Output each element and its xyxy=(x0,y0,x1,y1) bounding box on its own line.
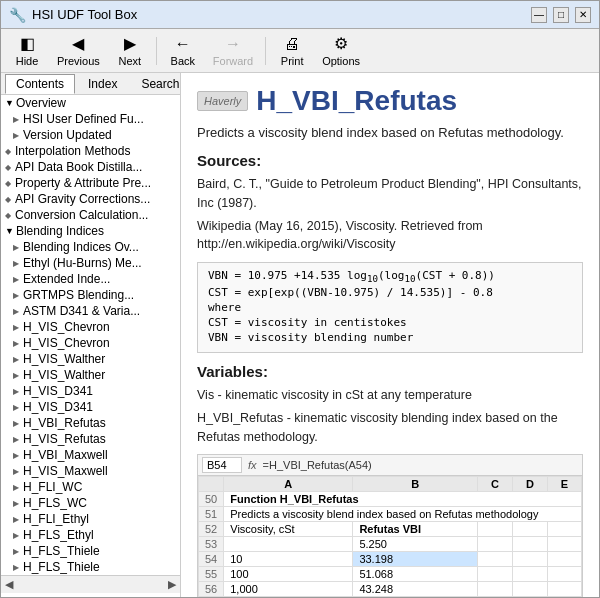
row-num-56: 56 xyxy=(199,582,224,597)
print-button[interactable]: 🖨 Print xyxy=(272,33,312,69)
app-icon: 🔧 xyxy=(9,7,26,23)
col-row-num xyxy=(199,477,224,492)
separator-1 xyxy=(156,37,157,65)
sidebar-item-api-data[interactable]: API Data Book Distilla... xyxy=(1,159,180,175)
forward-icon: → xyxy=(225,35,241,53)
toolbar: ◧ Hide ◀ Previous ▶ Next ← Back → Forwar… xyxy=(1,29,599,73)
sidebar-item-hfli-ethyl[interactable]: H_FLI_Ethyl xyxy=(1,511,180,527)
sidebar-item-property[interactable]: Property & Attribute Pre... xyxy=(1,175,180,191)
row-num-50: 50 xyxy=(199,492,224,507)
forward-button[interactable]: → Forward xyxy=(207,33,259,69)
sidebar-item-hfls-wc[interactable]: H_FLS_WC xyxy=(1,495,180,511)
sidebar-item-hsi-udf[interactable]: HSI User Defined Fu... xyxy=(1,111,180,127)
row-num-51: 51 xyxy=(199,507,224,522)
fx-label: fx xyxy=(248,459,257,471)
sidebar-item-version[interactable]: Version Updated xyxy=(1,127,180,143)
sidebar-item-hvis-maxwell[interactable]: H_VIS_Maxwell xyxy=(1,463,180,479)
cell-54-a: 10 xyxy=(224,552,353,567)
cell-56-a: 1,000 xyxy=(224,582,353,597)
cell-54-b: 33.198 xyxy=(353,552,478,567)
sources-text: Baird, C. T., "Guide to Petroleum Produc… xyxy=(197,175,583,213)
table-row: 53 5.250 xyxy=(199,537,582,552)
sidebar-item-overview[interactable]: ▼ Overview xyxy=(1,95,180,111)
doc-title: H_VBI_Refutas xyxy=(256,85,457,117)
sidebar-item-hfls-thiele-1[interactable]: H_FLS_Thiele xyxy=(1,543,180,559)
doc-header: Haverly H_VBI_Refutas xyxy=(197,85,583,117)
variables-heading: Variables: xyxy=(197,363,583,380)
separator-2 xyxy=(265,37,266,65)
hide-label: Hide xyxy=(16,55,39,67)
sidebar-bottom-nav: ◀ ▶ xyxy=(1,575,180,593)
cell-function-name: Function H_VBI_Refutas xyxy=(224,492,582,507)
back-button[interactable]: ← Back xyxy=(163,33,203,69)
row-num-55: 55 xyxy=(199,567,224,582)
col-b-header: B xyxy=(353,477,478,492)
cell-55-a: 100 xyxy=(224,567,353,582)
sidebar-item-grtmps[interactable]: GRTMPS Blending... xyxy=(1,287,180,303)
previous-button[interactable]: ◀ Previous xyxy=(51,32,106,69)
window-title: HSI UDF Tool Box xyxy=(32,7,137,22)
sidebar-item-hfls-ethyl[interactable]: H_FLS_Ethyl xyxy=(1,527,180,543)
col-e-header: E xyxy=(548,477,582,492)
variables-hvbi: H_VBI_Refutas - kinematic viscosity blen… xyxy=(197,409,583,447)
tab-contents[interactable]: Contents xyxy=(5,74,75,94)
sidebar-item-hvbi-refutas[interactable]: H_VBI_Refutas xyxy=(1,415,180,431)
sidebar-item-hvis-d341-2[interactable]: H_VIS_D341 xyxy=(1,399,180,415)
main-content: Contents Index Search ▼ Overview HSI Use… xyxy=(1,73,599,597)
options-label: Options xyxy=(322,55,360,67)
table-row: 52 Viscosity, cSt Refutas VBI xyxy=(199,522,582,537)
minimize-button[interactable]: — xyxy=(531,7,547,23)
sidebar-item-hfls-thiele-2[interactable]: H_FLS_Thiele xyxy=(1,559,180,575)
cell-52-b: Refutas VBI xyxy=(353,522,478,537)
sidebar-item-hvis-d341-1[interactable]: H_VIS_D341 xyxy=(1,383,180,399)
sidebar-item-conversion[interactable]: Conversion Calculation... xyxy=(1,207,180,223)
sidebar-item-blending-indices[interactable]: ▼ Blending Indices xyxy=(1,223,180,239)
maximize-button[interactable]: □ xyxy=(553,7,569,23)
sources-heading: Sources: xyxy=(197,152,583,169)
cell-53-d xyxy=(513,537,548,552)
content-area: Haverly H_VBI_Refutas Predicts a viscosi… xyxy=(181,73,599,597)
cell-56-c xyxy=(478,582,513,597)
sidebar-item-hvis-walther-1[interactable]: H_VIS_Walther xyxy=(1,351,180,367)
tab-index[interactable]: Index xyxy=(77,74,128,93)
next-button[interactable]: ▶ Next xyxy=(110,32,150,69)
sidebar-item-hvis-walther-2[interactable]: H_VIS_Walther xyxy=(1,367,180,383)
sidebar-item-hvbi-maxwell[interactable]: H_VBI_Maxwell xyxy=(1,447,180,463)
cell-54-c xyxy=(478,552,513,567)
title-bar-left: 🔧 HSI UDF Tool Box xyxy=(9,7,137,23)
hide-icon: ◧ xyxy=(20,34,35,53)
sidebar-item-hvis-refutas[interactable]: H_VIS_Refutas xyxy=(1,431,180,447)
close-button[interactable]: ✕ xyxy=(575,7,591,23)
hide-button[interactable]: ◧ Hide xyxy=(7,32,47,69)
sidebar-prev-button[interactable]: ◀ xyxy=(5,578,13,591)
sidebar-item-interpolation[interactable]: Interpolation Methods xyxy=(1,143,180,159)
row-num-54: 54 xyxy=(199,552,224,567)
sidebar-item-astm[interactable]: ASTM D341 & Varia... xyxy=(1,303,180,319)
sidebar-item-hfli-wc[interactable]: H_FLI_WC xyxy=(1,479,180,495)
sidebar-next-button[interactable]: ▶ xyxy=(168,578,176,591)
forward-label: Forward xyxy=(213,55,253,67)
caret-icon: ▼ xyxy=(5,98,14,108)
previous-icon: ◀ xyxy=(72,34,84,53)
sidebar-item-ethyl[interactable]: Ethyl (Hu-Burns) Me... xyxy=(1,255,180,271)
cell-56-d xyxy=(513,582,548,597)
sidebar-item-api-gravity[interactable]: API Gravity Corrections... xyxy=(1,191,180,207)
cell-52-d xyxy=(513,522,548,537)
variables-vis: Vis - kinematic viscosity in cSt at any … xyxy=(197,386,583,405)
sidebar-item-hvis-chevron-1[interactable]: H_VIS_Chevron xyxy=(1,319,180,335)
cell-53-a xyxy=(224,537,353,552)
sidebar-item-extended[interactable]: Extended Inde... xyxy=(1,271,180,287)
options-button[interactable]: ⚙ Options xyxy=(316,32,366,69)
formula-bar: B54 fx =H_VBI_Refutas(A54) xyxy=(198,455,582,476)
cell-55-d xyxy=(513,567,548,582)
sidebar-item-blending-ov[interactable]: Blending Indices Ov... xyxy=(1,239,180,255)
doc-description: Predicts a viscosity blend index based o… xyxy=(197,125,583,140)
tab-bar: Contents Index Search xyxy=(1,73,180,95)
table-row: 56 1,000 43.248 xyxy=(199,582,582,597)
title-bar: 🔧 HSI UDF Tool Box — □ ✕ xyxy=(1,1,599,29)
formula-line-cst: CST = viscosity in centistokes xyxy=(208,316,572,329)
formula-line-1: VBN = 10.975 +14.535 log10(log10(CST + 0… xyxy=(208,269,572,284)
sidebar-item-hvis-chevron-2[interactable]: H_VIS_Chevron xyxy=(1,335,180,351)
title-controls: — □ ✕ xyxy=(531,7,591,23)
sources-wikipedia: Wikipedia (May 16, 2015), Viscosity. Ret… xyxy=(197,217,583,255)
